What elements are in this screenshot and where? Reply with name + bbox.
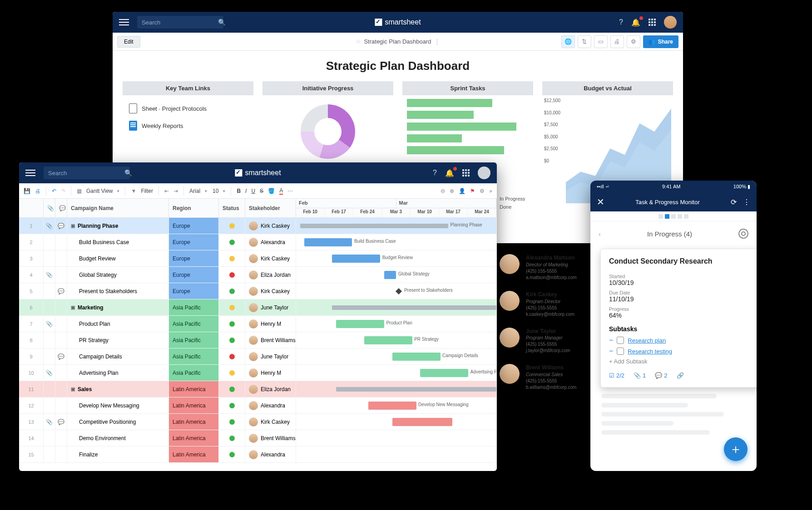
gantt-row[interactable]: 15FinalizeLatin AmericaAlexandra [19, 446, 497, 463]
subtask-item[interactable]: − Research plan [609, 336, 757, 344]
collapse-icon[interactable]: ▣ [71, 223, 75, 228]
row-comment-icon[interactable] [55, 332, 67, 348]
cell-region[interactable]: Latin America [169, 430, 219, 446]
cell-status[interactable] [219, 218, 245, 234]
cell-name[interactable]: PR Strategy [67, 332, 169, 348]
view-selector[interactable]: ▦ Gantt View ▾ [77, 188, 119, 194]
gantt-bar[interactable] [392, 418, 452, 426]
cell-stakeholder[interactable]: Kirk Caskey [245, 414, 296, 430]
row-comment-icon[interactable] [55, 316, 67, 332]
cell-status[interactable] [219, 430, 245, 446]
cell-region[interactable]: Europe [169, 267, 219, 283]
search-icon[interactable]: 🔍 [218, 19, 226, 26]
col-name[interactable]: Campaign Name [67, 199, 169, 217]
gantt-row[interactable]: 2Build Business CaseEuropeAlexandraBuild… [19, 234, 497, 250]
collapse-icon[interactable]: ▣ [71, 387, 75, 392]
cell-region[interactable]: Europe [169, 218, 219, 234]
col-stakeholder[interactable]: Stakeholder [245, 199, 296, 217]
gantt-row[interactable]: 5💬Present to StakeholdersEuropeKirk Cask… [19, 283, 497, 299]
search-input[interactable] [142, 19, 218, 26]
cell-name[interactable]: ▣Sales [67, 381, 169, 397]
cell-region[interactable]: Latin America [169, 397, 219, 413]
redo-icon[interactable]: ↷ [61, 188, 65, 194]
cell-name[interactable]: Campaign Details [67, 348, 169, 364]
row-comment-icon[interactable]: 💬 [55, 348, 67, 364]
cell-stakeholder[interactable]: Alexandra [245, 397, 296, 413]
cell-status[interactable] [219, 267, 245, 283]
cell-region[interactable]: Latin America [169, 414, 219, 430]
cell-name[interactable]: Finalize [67, 446, 169, 462]
cell-name[interactable]: Product Plan [67, 316, 169, 332]
cell-region[interactable]: Europe [169, 283, 219, 299]
row-comment-icon[interactable] [55, 299, 67, 315]
cell-timeline[interactable]: Build Business Case [296, 234, 497, 250]
phone-tab[interactable] [684, 214, 688, 219]
settings-icon[interactable]: ⚙ [627, 35, 640, 48]
row-comment-icon[interactable] [55, 446, 67, 462]
row-comment-icon[interactable] [55, 430, 67, 446]
search-box[interactable]: 🔍 [44, 167, 130, 179]
more-format-icon[interactable]: ⋯ [287, 188, 293, 194]
phone-tab-active[interactable] [665, 214, 669, 219]
cell-name[interactable]: Build Business Case [67, 234, 169, 250]
row-comment-icon[interactable]: 💬 [55, 218, 67, 234]
checkbox[interactable] [617, 348, 624, 355]
gantt-row[interactable]: 13📎💬Competitive PositioningLatin America… [19, 414, 497, 430]
star-icon[interactable]: ☆ [356, 38, 361, 45]
print-icon[interactable]: 🖨 [35, 188, 40, 194]
search-box[interactable]: 🔍 [137, 16, 223, 29]
search-input[interactable] [48, 170, 124, 177]
row-comment-icon[interactable] [55, 250, 67, 266]
zoom-out-icon[interactable]: ⊖ [441, 188, 445, 194]
fab-add-button[interactable]: ＋ [724, 437, 748, 461]
zoom-in-icon[interactable]: ⊕ [450, 188, 454, 194]
cell-name[interactable]: Demo Environment [67, 430, 169, 446]
gantt-row[interactable]: 8PR StrategyAsia PacificBrent WilliamsPR… [19, 332, 497, 348]
cell-status[interactable] [219, 299, 245, 315]
print-icon[interactable]: 🖨 [610, 35, 624, 48]
add-subtask[interactable]: + Add Subtask [609, 358, 757, 365]
cell-name[interactable]: Develop New Messaging [67, 397, 169, 413]
cell-stakeholder[interactable]: Henry M [245, 316, 296, 332]
avatar[interactable] [478, 167, 490, 179]
cell-stakeholder[interactable]: June Taylor [245, 348, 296, 364]
row-attachment-icon[interactable]: 📎 [44, 365, 55, 381]
save-icon[interactable]: 💾 [24, 188, 30, 194]
row-comment-icon[interactable]: 💬 [55, 414, 67, 430]
present-icon[interactable]: ▭ [594, 35, 608, 48]
cell-region[interactable]: Asia Pacific [169, 365, 219, 381]
cell-stakeholder[interactable]: Eliza Jordan [245, 267, 296, 283]
gear-icon[interactable] [738, 229, 748, 239]
cell-stakeholder[interactable]: Brent Williams [245, 430, 296, 446]
cell-timeline[interactable]: PR Strategy [296, 332, 497, 348]
filter-button[interactable]: ▼ Filter [131, 188, 153, 194]
link-icon[interactable]: 🔗 [677, 372, 684, 379]
gantt-row[interactable]: 1📎💬▣Planning PhaseEuropeKirk CaskeyPlann… [19, 218, 497, 234]
cell-name[interactable]: Advertising Plan [67, 365, 169, 381]
gantt-row[interactable]: 12Develop New MessagingLatin AmericaAlex… [19, 397, 497, 414]
bold-icon[interactable]: B [237, 188, 241, 194]
cell-timeline[interactable]: Develop New Messaging [296, 397, 497, 413]
row-comment-icon[interactable] [55, 234, 67, 250]
cell-stakeholder[interactable]: June Taylor [245, 299, 296, 315]
task-card[interactable]: Conduct Secondary Research ⋮ Started 10/… [600, 249, 757, 387]
row-attachment-icon[interactable] [44, 283, 55, 299]
cell-region[interactable]: Asia Pacific [169, 299, 219, 315]
cell-name[interactable]: Global Strategy [67, 267, 169, 283]
gantt-row[interactable]: 6▣MarketingAsia PacificJune TaylorMarket… [19, 299, 497, 316]
gantt-bar[interactable] [332, 255, 380, 263]
subtask-link[interactable]: Research plan [628, 337, 666, 344]
indent-icon[interactable]: ⇥ [173, 188, 178, 194]
notifications-icon[interactable]: 🔔 [445, 169, 454, 177]
gantt-bar[interactable] [336, 387, 496, 392]
cell-region[interactable]: Europe [169, 250, 219, 266]
cell-timeline[interactable]: Global Strategy [296, 267, 497, 283]
cell-name[interactable]: Competitive Positioning [67, 414, 169, 430]
gantt-row[interactable]: 4📎Global StrategyEuropeEliza JordanGloba… [19, 267, 497, 283]
row-attachment-icon[interactable] [44, 381, 55, 397]
cell-stakeholder[interactable]: Brent Williams [245, 332, 296, 348]
contacts-icon[interactable]: 👤 [459, 188, 465, 194]
gantt-row[interactable]: 11▣SalesLatin AmericaEliza JordanSales [19, 381, 497, 397]
cell-status[interactable] [219, 446, 245, 462]
italic-icon[interactable]: I [245, 188, 247, 194]
